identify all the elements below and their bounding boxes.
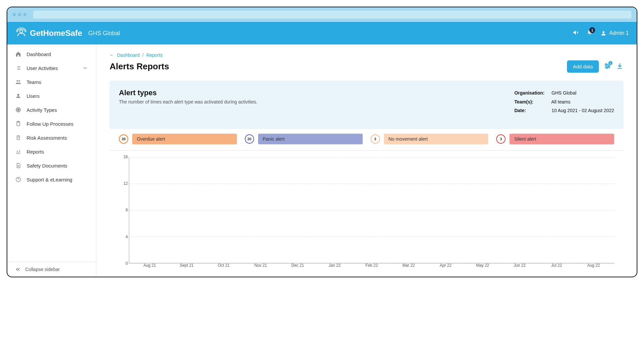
y-tick: 12 — [119, 181, 128, 186]
document-icon — [15, 163, 21, 169]
svg-point-1 — [602, 31, 604, 33]
collapse-label: Collapse sidebar — [25, 267, 60, 272]
meta-value: 10 Aug 2021 - 02 August 2022 — [552, 108, 614, 113]
card-subtitle: The number of times each alert type was … — [119, 99, 257, 104]
org-name: GHS Global — [88, 30, 120, 37]
download-icon — [616, 62, 623, 70]
help-icon — [15, 176, 21, 182]
legend-item[interactable]: 39Overdue alert — [119, 134, 237, 144]
teams-icon — [15, 79, 21, 85]
sound-icon[interactable] — [573, 29, 579, 37]
svg-point-11 — [608, 65, 609, 67]
card-title: Alert types — [119, 89, 257, 97]
filter-button[interactable]: 1 — [603, 62, 611, 71]
notification-badge: 1 — [589, 27, 595, 33]
sidebar-item-reports[interactable]: Reports — [7, 145, 96, 159]
user-name: Admin 1 — [609, 30, 629, 36]
legend-label: Panic alert — [258, 134, 363, 144]
x-tick: Jan 22 — [329, 263, 341, 268]
meta-label: Team(s): — [514, 98, 550, 106]
y-tick: 16 — [119, 155, 128, 159]
chart-icon — [15, 149, 21, 155]
sidebar-item-label: Support & eLearning — [27, 177, 72, 182]
svg-point-10 — [605, 64, 607, 65]
main-content: ← Dashboard / Reports Alerts Reports Add… — [96, 44, 637, 277]
window-dot — [23, 13, 27, 16]
ball-icon — [15, 107, 21, 113]
x-tick: Jun 22 — [513, 263, 525, 268]
legend-item[interactable]: 3Silent alert — [496, 134, 614, 144]
sidebar-item-label: Activity Types — [27, 107, 57, 113]
logo-icon — [15, 27, 27, 39]
brand-logo[interactable]: GetHomeSafe — [15, 27, 82, 39]
x-tick: Aug 21 — [143, 263, 156, 268]
url-bar[interactable] — [33, 11, 631, 19]
sidebar-item-label: Safety Documents — [27, 163, 67, 169]
page-title: Alerts Reports — [110, 61, 169, 72]
x-tick: Feb 22 — [365, 263, 378, 268]
y-tick: 0 — [119, 261, 128, 266]
meta-value: All teams — [551, 99, 571, 104]
bell-icon[interactable]: 1 — [587, 29, 593, 37]
sidebar-item-dashboard[interactable]: Dashboard — [7, 47, 96, 61]
window-dot — [18, 13, 21, 16]
alert-types-card: Alert types The number of times each ale… — [110, 81, 623, 129]
legend-label: Overdue alert — [132, 134, 237, 144]
meta-value: GHS Global — [552, 90, 577, 96]
sidebar-item-safety-docs[interactable]: Safety Documents — [7, 159, 96, 172]
brand-name: GetHomeSafe — [30, 29, 82, 38]
sidebar-item-follow-up[interactable]: Follow Up Processes — [7, 117, 96, 131]
legend-label: No movement alert — [384, 134, 489, 144]
chart-legend: 39Overdue alert20Panic alert3No movement… — [110, 129, 623, 151]
legend-item[interactable]: 3No movement alert — [371, 134, 489, 144]
filter-count-badge: 1 — [608, 61, 613, 65]
sidebar-item-label: Reports — [27, 149, 44, 155]
sidebar-item-teams[interactable]: Teams — [7, 75, 96, 89]
clipboard-icon — [15, 121, 21, 127]
x-tick: Aug 22 — [587, 263, 600, 268]
svg-point-0 — [20, 30, 23, 33]
legend-label: Silent alert — [509, 134, 614, 144]
legend-item[interactable]: 20Panic alert — [245, 134, 363, 144]
sidebar: Dashboard User Activities Teams Users — [7, 44, 96, 277]
x-tick: Sept 21 — [180, 263, 193, 268]
meta-label: Date: — [514, 106, 550, 115]
x-tick: Oct 21 — [218, 263, 230, 268]
x-tick: Mar 22 — [403, 263, 415, 268]
chevron-down-icon — [82, 65, 88, 71]
sidebar-item-support[interactable]: Support & eLearning — [7, 172, 96, 186]
download-button[interactable] — [616, 62, 623, 71]
home-icon — [15, 51, 21, 57]
y-tick: 8 — [119, 208, 128, 212]
battery-icon — [15, 135, 21, 141]
svg-point-3 — [19, 80, 20, 82]
sidebar-item-label: User Activities — [27, 65, 58, 71]
breadcrumb: ← Dashboard / Reports — [110, 52, 623, 58]
sidebar-item-user-activities[interactable]: User Activities — [7, 61, 96, 75]
user-menu[interactable]: Admin 1 — [600, 30, 629, 36]
card-meta: Organisation: GHS Global Team(s): All te… — [514, 89, 614, 115]
add-data-button[interactable]: Add data — [567, 60, 599, 73]
app-header: GetHomeSafe GHS Global 1 Admin 1 — [7, 22, 637, 44]
legend-count: 39 — [119, 134, 128, 144]
chevrons-left-icon — [15, 267, 21, 272]
svg-point-4 — [17, 94, 19, 96]
sidebar-item-risk[interactable]: Risk Assessments — [7, 131, 96, 145]
browser-chrome — [7, 7, 637, 22]
sidebar-item-label: Teams — [27, 79, 41, 85]
meta-label: Organisation: — [514, 89, 550, 98]
legend-count: 3 — [371, 134, 380, 144]
breadcrumb-sep: / — [142, 52, 144, 58]
back-arrow-icon[interactable]: ← — [110, 52, 114, 58]
collapse-sidebar[interactable]: Collapse sidebar — [7, 262, 96, 277]
x-tick: Nov 21 — [254, 263, 267, 268]
x-tick: Dec 21 — [291, 263, 304, 268]
sidebar-item-users[interactable]: Users — [7, 89, 96, 103]
breadcrumb-link[interactable]: Dashboard — [117, 52, 140, 58]
breadcrumb-link[interactable]: Reports — [146, 52, 162, 58]
list-icon — [15, 65, 21, 71]
y-tick: 4 — [119, 235, 128, 239]
legend-count: 3 — [496, 134, 506, 144]
sidebar-item-activity-types[interactable]: Activity Types — [7, 103, 96, 117]
sidebar-item-label: Follow Up Processes — [27, 121, 73, 127]
